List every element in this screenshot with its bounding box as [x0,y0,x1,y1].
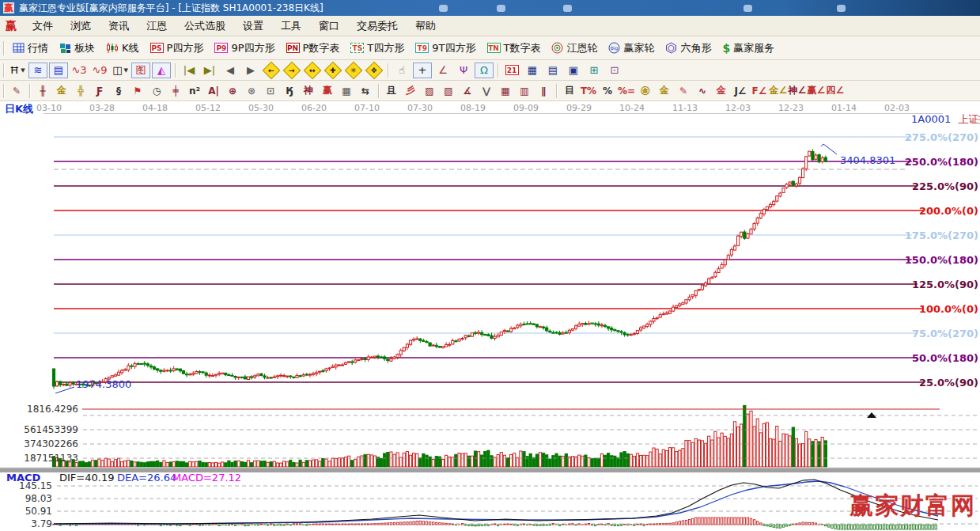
watermark: 赢家财富网 [849,490,976,522]
square-wheel-tool[interactable]: ⊡ [261,83,280,99]
pattern-brain-button[interactable]: Ω [475,63,494,78]
feature-quotes[interactable]: 行情 [13,41,48,55]
gold-lines-tool[interactable]: 金 [655,83,674,99]
gann-glyph-button[interactable]: Ψ [454,63,473,78]
mirror-a-tool[interactable]: A| [204,83,223,99]
wave-3-button[interactable]: ∿3 [70,63,89,78]
wave-9-button[interactable]: ∿9 [90,63,109,78]
kline-chart[interactable]: 275.0%(270)250.0%(180)225.0%(90)200.0%(0… [0,115,980,531]
next-bar-button[interactable]: ▶ [241,63,260,78]
gann-map-button[interactable]: 图 [131,63,150,78]
angles-tool[interactable]: ∡ [458,83,477,99]
feature-9p-square[interactable]: P99P四方形 [214,41,274,55]
candle-style-button[interactable]: ◫▼ [111,63,130,78]
dial-tool[interactable]: ◷ [147,83,166,99]
feature-t-square[interactable]: TST四方形 [350,41,404,55]
gold-circle-tool[interactable]: ㊎ [636,83,655,99]
si-angle-tool[interactable]: 四∠ [826,83,845,99]
expand-all-button[interactable]: ✚ [324,61,342,79]
zigzag-tool[interactable]: ⋁ [477,83,496,99]
save-button[interactable]: ▣ [564,63,583,78]
prev-bar-button[interactable]: ◀ [221,63,240,78]
overview-button[interactable]: ≋ [28,63,47,78]
feature-p-table[interactable]: PNP数字表 [286,41,340,55]
price-list-tool[interactable]: 目 [560,83,579,99]
marker-pen-tool[interactable]: ✎ [674,83,693,99]
j-angle-tool[interactable]: J∠ [731,83,750,99]
pan-right-button[interactable]: → [283,61,301,79]
percent-tool[interactable]: % [598,83,617,99]
feature-t-table[interactable]: TNT数字表 [487,41,541,55]
notes-button[interactable]: ▤ [543,63,562,78]
feature-gann-wheel[interactable]: 江恩轮 [551,41,597,55]
box-axis-tool[interactable]: 且 [382,83,401,99]
expand-horizontal-button[interactable]: ↔ [304,61,322,79]
percent-line-tool[interactable]: %= [617,83,636,99]
gold-fence2-tool[interactable]: ╬ [71,83,90,99]
menu-item-help[interactable]: 帮助 [407,19,445,33]
feature-hexagon[interactable]: 六角形 [665,41,711,55]
gann-level-label: 50.0%(180) [912,352,978,364]
feature-winner-wheel[interactable]: Big赢家轮 [608,41,654,55]
feature-kline[interactable]: K线 [106,41,139,55]
span-arrows-tool[interactable]: ⇆ [356,83,375,99]
grid-123-tool[interactable]: ▦ [337,83,356,99]
compass-pen-tool[interactable]: ✎ [7,83,26,99]
feature-p-square[interactable]: PSP四方形 [150,41,204,55]
shen-tool[interactable]: 神 [299,83,318,99]
box-rays-tool[interactable]: ▧ [439,83,458,99]
ying-tool[interactable]: 赢 [318,83,337,99]
wave-band-tool[interactable]: ∿ [693,83,712,99]
first-page-button[interactable]: |◀ [180,63,199,78]
menu-item-news[interactable]: 资讯 [100,19,138,33]
info-panel-button[interactable]: ▤ [49,63,68,78]
ying-angle-tool[interactable]: 赢∠ [807,83,826,99]
feature-sectors[interactable]: 板块 [59,41,95,55]
hand-tool-button[interactable]: ☝ [392,63,411,78]
grid-tool[interactable]: ▦ [496,83,515,99]
k-note-tool[interactable]: Ӄ [280,83,299,99]
flag-pen-tool[interactable]: ⚑ [128,83,147,99]
gold-fence-tool[interactable]: 金 [52,83,71,99]
parallel-lines-tool[interactable]: ∥ [534,83,553,99]
feature-9t-square[interactable]: T99T四方形 [415,41,475,55]
menu-item-trade-order[interactable]: 交易委托 [348,19,407,33]
remote-service-button[interactable]: ⊡ [605,63,624,78]
star-wheel-tool[interactable]: ⊛ [242,83,261,99]
fence-tool[interactable]: ╫ [33,83,52,99]
fence3-tool[interactable]: ╪ [166,83,185,99]
zoom-cross-button[interactable]: ✥ [365,61,384,79]
grid-bars-tool[interactable]: ▥ [515,83,534,99]
n-squared-tool[interactable]: n² [185,83,204,99]
send-chart-button[interactable]: ⊞ [585,63,604,78]
last-page-button[interactable]: ▶| [200,63,219,78]
t-percent-tool[interactable]: T% [579,83,598,99]
circle-cross-tool[interactable]: ⊕ [223,83,242,99]
crosshair-button[interactable]: + [413,63,432,78]
feature-winner-service[interactable]: $赢家服务 [722,41,774,55]
menu-item-gann[interactable]: 江恩 [138,19,176,33]
period-day-button[interactable]: Ħ▼ [8,63,27,78]
menu-item-formula-stock-pick[interactable]: 公式选股 [176,19,234,33]
rays-tool[interactable]: 彡 [401,83,420,99]
gold-mark-tool[interactable]: 金 [712,83,731,99]
gold-angle-tool[interactable]: 金∠ [769,83,788,99]
shen-angle-tool[interactable]: 神∠ [788,83,807,99]
f-angle-tool[interactable]: F∠ [750,83,769,99]
spiral-tool[interactable]: § [109,83,128,99]
menu-item-window[interactable]: 窗口 [310,19,348,33]
menu-item-browse[interactable]: 浏览 [62,19,100,33]
pan-left-button[interactable]: ← [263,61,281,79]
box-shade-tool[interactable]: ▨ [420,83,439,99]
menu-item-tools[interactable]: 工具 [272,19,310,33]
menu-item-settings[interactable]: 设置 [234,19,272,33]
calculator-button[interactable]: ▦ [523,63,542,78]
calendar-21-button[interactable]: 21 [502,63,521,78]
zoom-star-button[interactable]: ✳ [345,61,363,79]
volume-profile-button[interactable]: ◭ [152,63,171,78]
date-tick: 03-10 [30,103,68,113]
angle-measure-button[interactable]: ∠ [433,63,452,78]
f-fence-tool[interactable]: Ƒ [90,83,109,99]
overview-button-icon: ≋ [34,64,43,76]
menu-item-file[interactable]: 文件 [24,19,62,33]
